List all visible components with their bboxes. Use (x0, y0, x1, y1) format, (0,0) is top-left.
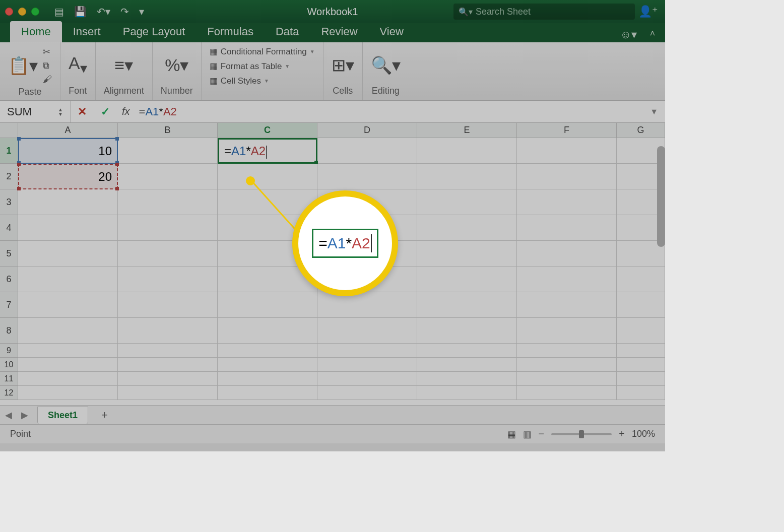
styles-group: ▦ Conditional Formatting ▼ ▦ Format as T… (202, 42, 323, 100)
format-painter-icon[interactable]: 🖌 (43, 74, 52, 85)
cell-a2[interactable]: 20 (18, 164, 118, 189)
copy-icon[interactable]: ⧉ (43, 60, 52, 71)
magnifier-icon: 🔍▾ (371, 55, 401, 75)
row-header-12[interactable]: 12 (0, 386, 18, 400)
tab-review[interactable]: Review (310, 21, 368, 42)
fx-icon[interactable]: fx (117, 106, 135, 117)
prev-sheet-icon[interactable]: ◀ (5, 410, 15, 421)
col-header-g[interactable]: G (617, 123, 665, 138)
cells-button[interactable]: ⊞▾ (332, 55, 354, 75)
row-header-7[interactable]: 7 (0, 292, 18, 318)
cell-c1[interactable]: =A1*A2 (218, 138, 317, 164)
search-sheet-box[interactable]: 🔍▾ (453, 4, 635, 20)
collapse-ribbon-icon[interactable]: ＾ (647, 27, 658, 42)
name-box[interactable]: SUM ▲▼ (0, 101, 71, 122)
font-group: A▾ Font (60, 42, 96, 100)
page-layout-view-icon[interactable]: ▥ (523, 429, 532, 440)
tab-home[interactable]: Home (10, 21, 62, 42)
row-header-3[interactable]: 3 (0, 189, 18, 215)
emoji-button[interactable]: ☺▾ (620, 28, 637, 41)
format-as-table-button[interactable]: ▦ Format as Table ▼ (210, 61, 315, 72)
col-header-d[interactable]: D (317, 123, 417, 138)
formula-ref-a1: A1 (145, 105, 159, 118)
cancel-formula-button[interactable]: ✕ (71, 105, 94, 118)
cells-icon: ⊞▾ (332, 55, 354, 75)
normal-view-icon[interactable]: ▦ (507, 429, 516, 440)
cell-a1[interactable]: 10 (18, 138, 118, 164)
row-header-6[interactable]: 6 (0, 267, 18, 292)
alignment-button[interactable]: ≡▾ (114, 55, 133, 75)
qat-customize-icon[interactable]: ▾ (139, 6, 144, 18)
maximize-window-button[interactable] (31, 8, 39, 16)
number-label: Number (161, 86, 193, 96)
undo-icon[interactable]: ↶▾ (97, 6, 110, 18)
cells-area[interactable]: document.write((()=>{let h='';const rh=[… (18, 138, 665, 405)
row-headers: 1 2 3 4 5 6 7 8 9 10 11 12 (0, 138, 18, 405)
number-button[interactable]: %▾ (165, 55, 188, 75)
col-header-b[interactable]: B (118, 123, 218, 138)
ribbon-tabs: Home Insert Page Layout Formulas Data Re… (0, 23, 665, 42)
add-sheet-button[interactable]: + (94, 409, 115, 422)
row-header-2[interactable]: 2 (0, 164, 18, 189)
paste-button[interactable]: 📋▾ (8, 55, 38, 76)
cut-icon[interactable]: ✂ (43, 46, 52, 57)
alignment-group: ≡▾ Alignment (96, 42, 153, 100)
zoom-out-button[interactable]: − (539, 428, 545, 440)
clipboard-group: 📋▾ ✂ ⧉ 🖌 Paste (0, 42, 60, 100)
conditional-formatting-button[interactable]: ▦ Conditional Formatting ▼ (210, 46, 315, 57)
workbook-icon[interactable]: ▤ (54, 6, 64, 18)
cond-fmt-label: Conditional Formatting (221, 47, 307, 57)
row-header-9[interactable]: 9 (0, 344, 18, 358)
sheet-tab-1[interactable]: Sheet1 (37, 407, 88, 424)
tab-formulas[interactable]: Formulas (196, 21, 265, 42)
col-header-e[interactable]: E (417, 123, 517, 138)
tab-insert[interactable]: Insert (62, 21, 112, 42)
font-icon: A▾ (69, 53, 87, 77)
zoom-slider[interactable] (551, 433, 612, 435)
save-icon[interactable]: 💾 (74, 6, 87, 18)
col-header-f[interactable]: F (517, 123, 617, 138)
alignment-icon: ≡▾ (114, 55, 133, 75)
window-controls (5, 8, 39, 16)
close-window-button[interactable] (5, 8, 13, 16)
select-all-corner[interactable] (0, 123, 18, 138)
paste-label: Paste (18, 87, 41, 97)
cells-label: Cells (333, 86, 353, 96)
share-icon[interactable]: 👤⁺ (638, 5, 658, 18)
row-header-1[interactable]: 1 (0, 138, 18, 164)
row-header-11[interactable]: 11 (0, 372, 18, 386)
status-bar: Point ▦ ▥ − + 100% (0, 424, 665, 443)
row-header-8[interactable]: 8 (0, 318, 18, 344)
editing-group: 🔍▾ Editing (363, 42, 409, 100)
col-header-c[interactable]: C (218, 123, 317, 138)
cell-a1-value: 10 (98, 144, 112, 158)
tab-data[interactable]: Data (265, 21, 310, 42)
tab-page-layout[interactable]: Page Layout (112, 21, 197, 42)
table-format-icon: ▦ (210, 61, 218, 72)
minimize-window-button[interactable] (18, 8, 26, 16)
zoom-in-button[interactable]: + (619, 428, 625, 440)
cell-styles-button[interactable]: ▦ Cell Styles ▼ (210, 76, 315, 86)
font-button[interactable]: A▾ (69, 53, 87, 77)
editing-button[interactable]: 🔍▾ (371, 55, 401, 75)
name-box-value: SUM (7, 105, 32, 118)
expand-formula-bar-icon[interactable]: ▼ (643, 107, 665, 116)
formula-input[interactable]: =A1*A2 (135, 105, 643, 118)
vertical-scrollbar[interactable] (657, 146, 665, 247)
c1-ref1: A1 (231, 144, 246, 158)
tab-view[interactable]: View (369, 21, 415, 42)
search-input[interactable] (476, 7, 630, 17)
next-sheet-icon[interactable]: ▶ (21, 410, 31, 421)
chevron-down-icon: ▼ (310, 49, 315, 54)
row-header-4[interactable]: 4 (0, 215, 18, 241)
name-box-dropdown-icon[interactable]: ▲▼ (58, 107, 63, 116)
column-headers: A B C D E F G (0, 123, 665, 138)
col-header-a[interactable]: A (18, 123, 118, 138)
status-mode: Point (10, 429, 31, 439)
row-header-5[interactable]: 5 (0, 241, 18, 267)
c1-ref2: A2 (251, 144, 266, 158)
row-header-10[interactable]: 10 (0, 358, 18, 372)
confirm-formula-button[interactable]: ✓ (94, 105, 117, 118)
redo-icon[interactable]: ↷ (120, 6, 129, 18)
zoom-level[interactable]: 100% (632, 429, 655, 439)
